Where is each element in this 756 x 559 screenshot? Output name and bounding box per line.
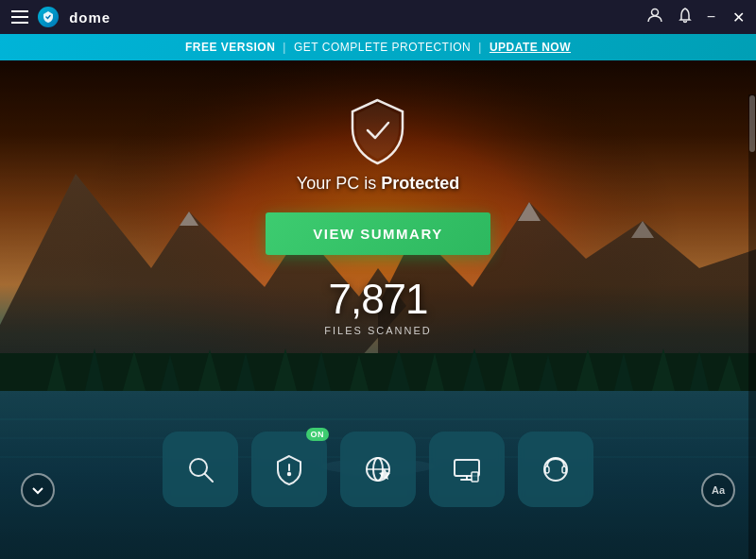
- shield-icon: [345, 98, 411, 164]
- scrollbar[interactable]: [748, 94, 756, 559]
- svg-point-0: [651, 9, 658, 16]
- scan-button[interactable]: [163, 432, 238, 507]
- view-summary-button[interactable]: VIEW SUMMARY: [266, 212, 490, 255]
- banner-sep1: |: [283, 41, 286, 54]
- svg-point-37: [288, 473, 291, 476]
- svg-rect-44: [472, 472, 478, 482]
- device-button[interactable]: [429, 432, 505, 507]
- banner-update-link[interactable]: UPDATE NOW: [490, 41, 571, 54]
- feature-buttons: ON: [0, 432, 756, 507]
- main-content: Your PC is Protected VIEW SUMMARY 7,871 …: [0, 60, 756, 559]
- scroll-down-button[interactable]: [21, 473, 55, 507]
- title-bar: dome − ✕: [0, 0, 756, 34]
- logo-text: dome: [64, 9, 111, 25]
- app-logo: dome: [38, 7, 111, 27]
- svg-line-35: [205, 474, 213, 482]
- web-protection-button[interactable]: [340, 432, 416, 507]
- files-label: FILES SCANNED: [324, 325, 431, 336]
- minimize-button[interactable]: −: [707, 8, 715, 25]
- title-bar-controls: − ✕: [646, 7, 745, 27]
- antivirus-button[interactable]: ON: [251, 432, 327, 507]
- logo-circle-icon: [38, 7, 59, 27]
- svg-rect-47: [562, 466, 566, 473]
- shield-area: Your PC is Protected VIEW SUMMARY: [266, 98, 490, 255]
- protection-text: Your PC is Protected: [297, 174, 459, 194]
- menu-icon[interactable]: [11, 10, 28, 24]
- files-count: 7,871: [324, 276, 431, 323]
- banner-middle-text: GET COMPLETE PROTECTION: [294, 41, 471, 54]
- user-icon[interactable]: [646, 7, 663, 27]
- font-size-button[interactable]: Aa: [701, 473, 735, 507]
- svg-rect-46: [545, 466, 549, 473]
- title-bar-left: dome: [11, 7, 111, 27]
- banner-sep2: |: [478, 41, 482, 54]
- banner-free-text: FREE VERSION: [185, 41, 275, 54]
- stats-area: 7,871 FILES SCANNED: [324, 276, 431, 336]
- on-badge: ON: [306, 428, 330, 441]
- notification-icon[interactable]: [677, 7, 694, 27]
- close-button[interactable]: ✕: [732, 8, 745, 26]
- update-banner: FREE VERSION | GET COMPLETE PROTECTION |…: [0, 34, 756, 60]
- support-button[interactable]: [518, 432, 593, 507]
- scrollbar-thumb[interactable]: [749, 95, 755, 152]
